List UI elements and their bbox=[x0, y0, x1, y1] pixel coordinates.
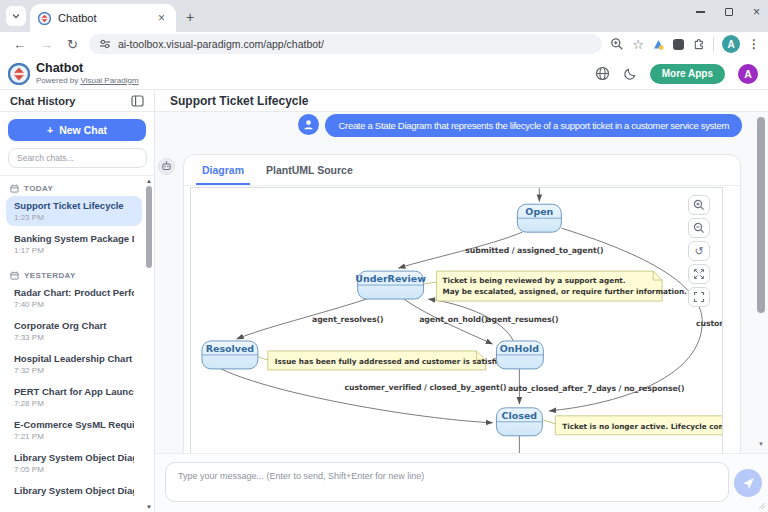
state-diagram: Ticket is being reviewed by a support ag… bbox=[191, 188, 723, 453]
app-title-block: Chatbot Powered by Visual Paradigm bbox=[36, 62, 139, 85]
browser-toolbar: ← → ↻ ai-toolbox.visual-paradigm.com/app… bbox=[0, 32, 768, 58]
label-agent-resumes: agent_resumes() bbox=[486, 315, 558, 324]
chat-item-radar[interactable]: Radar Chart: Product Perfor... 7:40 PM bbox=[6, 283, 142, 313]
chat-item-ecommerce[interactable]: E-Commerce SysML Require... 7:21 PM bbox=[6, 415, 142, 445]
svg-text:Open: Open bbox=[525, 206, 553, 217]
chat-item-pert[interactable]: PERT Chart for App Launch 7:28 PM bbox=[6, 382, 142, 412]
paper-plane-icon bbox=[742, 477, 755, 490]
browser-profile-avatar[interactable]: A bbox=[722, 35, 740, 53]
state-resolved[interactable]: Resolved bbox=[202, 341, 258, 369]
chat-item-library-1[interactable]: Library System Object Diagr... 7:05 PM bbox=[6, 448, 142, 478]
chat-item-time: 7:21 PM bbox=[14, 432, 134, 441]
tab-search-chevron-button[interactable] bbox=[6, 6, 26, 26]
tab-diagram[interactable]: Diagram bbox=[202, 155, 244, 185]
main-panel: Support Ticket Lifecycle Create a State … bbox=[155, 90, 768, 512]
zoom-page-icon[interactable] bbox=[610, 37, 624, 51]
section-label: YESTERDAY bbox=[24, 271, 76, 280]
chat-history-sidebar: Chat History + New Chat TODAY Support Ti… bbox=[0, 90, 155, 512]
chat-item-time: 7:05 PM bbox=[14, 465, 134, 474]
search-chats-input[interactable] bbox=[8, 148, 147, 168]
user-avatar[interactable]: A bbox=[738, 64, 758, 84]
calendar-icon bbox=[10, 184, 19, 193]
window-close-button[interactable]: × bbox=[753, 6, 760, 18]
window-minimize-button[interactable] bbox=[696, 11, 705, 13]
reset-view-button[interactable]: ↺ bbox=[688, 241, 710, 261]
svg-text:Ticket is being reviewed by a: Ticket is being reviewed by a support ag… bbox=[443, 276, 626, 285]
state-onhold[interactable]: OnHold bbox=[496, 341, 543, 369]
language-globe-icon[interactable] bbox=[595, 66, 610, 81]
fullscreen-button[interactable] bbox=[688, 287, 710, 307]
chat-item-title: E-Commerce SysML Require... bbox=[14, 419, 134, 430]
more-apps-button[interactable]: More Apps bbox=[650, 64, 725, 84]
section-today: TODAY bbox=[0, 180, 142, 196]
label-customer-verified: customer_verified / closed_by_agent() bbox=[345, 383, 507, 392]
chat-scroll-down-arrow[interactable]: ▼ bbox=[758, 441, 764, 447]
sidebar-scrollbar-thumb[interactable] bbox=[146, 186, 152, 268]
chat-item-time: 1:17 PM bbox=[14, 246, 134, 255]
visual-paradigm-link[interactable]: Visual Paradigm bbox=[80, 76, 138, 85]
message-input[interactable] bbox=[165, 462, 729, 502]
zoom-in-button[interactable] bbox=[688, 195, 710, 215]
dark-mode-moon-icon[interactable] bbox=[623, 67, 637, 81]
chat-item-support-ticket[interactable]: Support Ticket Lifecycle 1:23 PM bbox=[6, 196, 142, 226]
tab-plantuml-source[interactable]: PlantUML Source bbox=[266, 155, 353, 185]
chat-item-title: Library System Object Diagr... bbox=[14, 452, 134, 463]
powered-by-text: Powered by bbox=[36, 76, 80, 85]
chat-item-title: PERT Chart for App Launch bbox=[14, 386, 134, 397]
page-title: Support Ticket Lifecycle bbox=[155, 90, 768, 112]
chat-item-banking[interactable]: Banking System Package Dia... 1:17 PM bbox=[6, 229, 142, 259]
state-underreview[interactable]: UnderReview bbox=[355, 271, 426, 299]
label-agent-on-hold: agent_on_hold() bbox=[419, 315, 488, 324]
extension-dark-icon[interactable] bbox=[673, 39, 684, 50]
sidebar-scroll-up-arrow[interactable]: ▲ bbox=[146, 178, 152, 184]
browser-tab[interactable]: Chatbot × bbox=[30, 4, 176, 32]
state-closed[interactable]: Closed bbox=[496, 408, 542, 436]
zoom-out-button[interactable] bbox=[688, 218, 710, 238]
chat-item-org-chart[interactable]: Corporate Org Chart 7:33 PM bbox=[6, 316, 142, 346]
browser-menu-icon[interactable]: ⋮ bbox=[748, 37, 760, 51]
app-title: Chatbot bbox=[36, 62, 139, 76]
extension-drive-icon[interactable] bbox=[652, 38, 665, 51]
sidebar-title: Chat History bbox=[10, 95, 75, 107]
resize-grip[interactable] bbox=[758, 502, 766, 510]
label-customer-clipped: custom bbox=[696, 319, 723, 328]
svg-text:UnderReview: UnderReview bbox=[355, 273, 426, 284]
chat-item-time: 7:28 PM bbox=[14, 399, 134, 408]
back-button[interactable]: ← bbox=[10, 37, 29, 52]
diagram-canvas[interactable]: Ticket is being reviewed by a support ag… bbox=[190, 187, 723, 453]
site-info-icon bbox=[99, 38, 111, 50]
new-chat-button[interactable]: + New Chat bbox=[8, 119, 146, 141]
section-label: TODAY bbox=[24, 184, 53, 193]
window-maximize-button[interactable] bbox=[725, 8, 733, 16]
diagram-toolbar: ↺ bbox=[688, 195, 710, 307]
svg-text:Issue has been fully addressed: Issue has been fully addressed and custo… bbox=[275, 357, 510, 366]
chat-item-hospital[interactable]: Hospital Leadership Chart 7:32 PM bbox=[6, 349, 142, 379]
chat-item-title: Banking System Package Dia... bbox=[14, 233, 134, 244]
bookmark-star-icon[interactable]: ☆ bbox=[632, 37, 644, 52]
window-controls: × bbox=[696, 6, 760, 18]
forward-button[interactable]: → bbox=[37, 37, 56, 52]
tab-close-icon[interactable]: × bbox=[155, 11, 168, 25]
sidebar-collapse-icon[interactable] bbox=[131, 95, 144, 107]
expand-button[interactable] bbox=[688, 264, 710, 284]
chat-item-library-2[interactable]: Library System Object Diagr bbox=[6, 481, 142, 500]
extensions-puzzle-icon[interactable] bbox=[692, 38, 705, 51]
site-favicon bbox=[38, 12, 51, 25]
send-button[interactable] bbox=[734, 469, 762, 497]
sidebar-header: Chat History bbox=[0, 90, 154, 112]
chat-item-title: Support Ticket Lifecycle bbox=[14, 200, 134, 211]
chat-item-time: 1:23 PM bbox=[14, 213, 134, 222]
new-tab-button[interactable]: + bbox=[186, 10, 194, 24]
chat-area: Create a State Diagram that represents t… bbox=[155, 112, 768, 453]
chat-item-time: 7:32 PM bbox=[14, 366, 134, 375]
user-message-avatar bbox=[298, 114, 319, 135]
chat-scrollbar-thumb[interactable] bbox=[757, 117, 765, 313]
sidebar-scroll-down-arrow[interactable]: ▼ bbox=[146, 504, 152, 510]
chat-item-time: 7:33 PM bbox=[14, 333, 134, 342]
reload-button[interactable]: ↻ bbox=[64, 37, 81, 52]
state-open[interactable]: Open bbox=[517, 204, 561, 232]
new-chat-label: New Chat bbox=[59, 124, 107, 136]
note-resolved: Issue has been fully addressed and custo… bbox=[268, 351, 510, 370]
chevron-down-icon bbox=[11, 11, 21, 21]
address-bar[interactable]: ai-toolbox.visual-paradigm.com/app/chatb… bbox=[89, 34, 602, 54]
